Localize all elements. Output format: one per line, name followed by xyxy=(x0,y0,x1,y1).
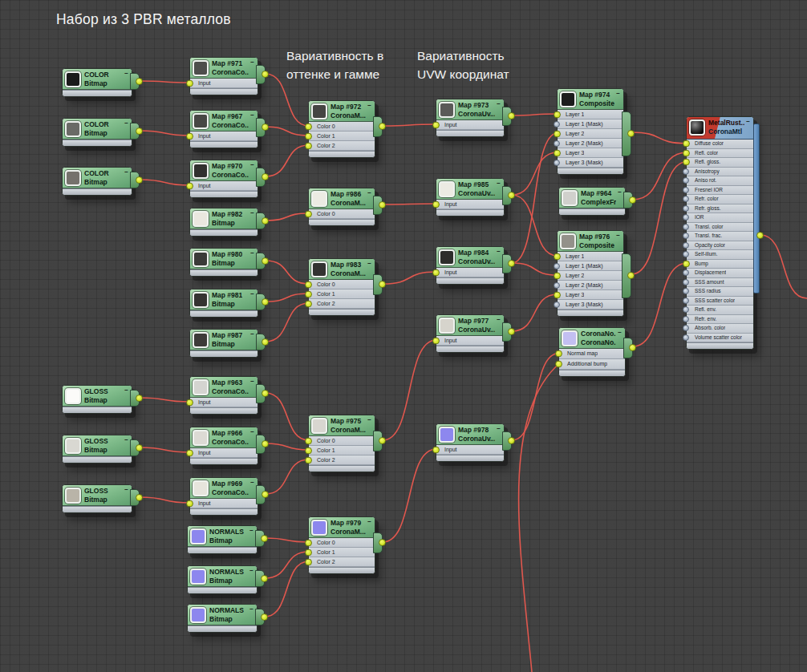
input-socket[interactable] xyxy=(432,446,440,453)
node-map973[interactable]: Map #973CoronaUv...−Input xyxy=(436,99,505,137)
node-header[interactable]: Map #966CoronaCo...− xyxy=(190,427,258,448)
input-socket[interactable] xyxy=(186,79,193,87)
output-socket[interactable] xyxy=(629,196,636,204)
wire-color2-map967:0[interactable] xyxy=(140,131,190,136)
node-map985[interactable]: Map #985CoronaUv...−Input xyxy=(436,178,505,217)
node-mtl[interactable]: MetalRust...CoronaMtl−Diffuse colorRefl.… xyxy=(686,116,754,350)
output-socket[interactable] xyxy=(136,444,143,451)
output-socket[interactable] xyxy=(262,217,269,225)
input-socket[interactable] xyxy=(554,140,560,147)
node-header[interactable]: Map #976Composite− xyxy=(558,231,623,252)
input-socket[interactable] xyxy=(186,182,193,189)
node-map967[interactable]: Map #967CoronaCo...−Input xyxy=(189,110,258,148)
node-map986[interactable]: Map #986CoronaM...−Color 0 xyxy=(308,188,375,226)
node-header[interactable]: Map #972CoronaM...− xyxy=(309,101,375,122)
node-header[interactable]: MetalRust...CoronaMtl− xyxy=(687,117,753,140)
output-socket[interactable] xyxy=(379,123,386,130)
node-header[interactable]: Map #983CoronaM...− xyxy=(309,259,375,280)
node-map963[interactable]: Map #963CoronaCo...−Input xyxy=(189,376,258,415)
input-socket[interactable] xyxy=(683,260,690,267)
node-map983[interactable]: Map #983CoronaM...−Color 0Color 1Color 2 xyxy=(308,258,375,316)
wire-map967-map972:1[interactable] xyxy=(266,127,309,136)
node-map987[interactable]: Map #987Bitmap− xyxy=(189,329,258,358)
input-socket[interactable] xyxy=(554,272,561,279)
node-map984[interactable]: Map #984CoronaUv...−Input xyxy=(436,246,505,285)
node-header[interactable]: Map #980Bitmap− xyxy=(190,249,258,269)
node-map980[interactable]: Map #980Bitmap− xyxy=(189,248,258,277)
wire-norm1-map979:0[interactable] xyxy=(265,538,309,542)
output-socket[interactable] xyxy=(508,260,515,267)
node-map972[interactable]: Map #972CoronaM...−Color 0Color 1Color 2 xyxy=(308,100,375,158)
output-socket[interactable] xyxy=(261,575,268,582)
wire-norm2-map979:1[interactable] xyxy=(265,552,309,578)
wire-gloss2-map966:0[interactable] xyxy=(140,447,190,452)
output-socket[interactable] xyxy=(508,328,515,335)
node-header[interactable]: Map #971CoronaCo...− xyxy=(190,58,258,79)
input-socket[interactable] xyxy=(683,269,689,276)
input-socket[interactable] xyxy=(554,149,561,156)
collapse-icon[interactable]: − xyxy=(366,517,375,525)
input-socket[interactable] xyxy=(683,233,689,239)
wire-norm3-map979:2[interactable] xyxy=(265,561,309,617)
node-map982[interactable]: Map #982Bitmap− xyxy=(189,208,258,237)
node-header[interactable]: Map #964ComplexFres...− xyxy=(559,188,625,208)
node-header[interactable]: Map #987Bitmap− xyxy=(190,330,258,350)
input-socket[interactable] xyxy=(555,361,562,368)
collapse-icon[interactable]: − xyxy=(366,101,375,109)
input-socket[interactable] xyxy=(683,168,689,175)
node-norm1[interactable]: NORMALSBitmap− xyxy=(187,525,258,554)
input-socket[interactable] xyxy=(554,111,561,118)
node-map969[interactable]: Map #969CoronaCo...−Input xyxy=(189,477,258,516)
input-socket[interactable] xyxy=(554,121,560,128)
output-socket[interactable] xyxy=(508,112,515,119)
input-socket[interactable] xyxy=(186,500,193,507)
node-header[interactable]: Map #981Bitmap− xyxy=(190,289,258,310)
input-socket[interactable] xyxy=(305,558,312,565)
node-color2[interactable]: COLORBitmap− xyxy=(62,118,132,147)
node-header[interactable]: GLOSSBitmap− xyxy=(63,485,132,506)
wire-color1-map971:0[interactable] xyxy=(140,81,190,83)
output-socket[interactable] xyxy=(508,437,515,444)
node-header[interactable]: Map #973CoronaUv...− xyxy=(436,99,504,120)
output-socket[interactable] xyxy=(627,130,635,137)
wire-map979-map978:0[interactable] xyxy=(383,449,436,542)
node-header[interactable]: Map #985CoronaUv...− xyxy=(436,179,504,200)
node-map979[interactable]: Map #979CoronaM...−Color 0Color 1Color 2 xyxy=(308,516,375,574)
input-socket[interactable] xyxy=(683,214,689,221)
node-map971[interactable]: Map #971CoronaCo...−Input xyxy=(189,57,258,95)
wire-edge-bottom-coronanormal:1[interactable] xyxy=(519,364,559,672)
node-header[interactable]: Map #974Composite− xyxy=(558,89,623,110)
output-socket[interactable] xyxy=(261,535,268,542)
node-norm2[interactable]: NORMALSBitmap− xyxy=(187,565,258,594)
input-socket[interactable] xyxy=(305,123,312,130)
output-socket[interactable] xyxy=(262,71,269,78)
input-socket[interactable] xyxy=(683,242,689,249)
output-socket[interactable] xyxy=(262,257,269,265)
input-socket[interactable] xyxy=(305,456,312,464)
input-socket[interactable] xyxy=(305,290,312,298)
wire-map969-map975:2[interactable] xyxy=(266,459,309,494)
input-socket[interactable] xyxy=(683,298,689,304)
wire-mtl-edge-right[interactable] xyxy=(760,235,807,298)
input-socket[interactable] xyxy=(554,302,560,308)
input-socket[interactable] xyxy=(683,224,689,230)
wire-color3-map970:0[interactable] xyxy=(140,180,190,185)
node-header[interactable]: Map #982Bitmap− xyxy=(190,208,258,229)
input-socket[interactable] xyxy=(554,160,560,166)
input-socket[interactable] xyxy=(186,449,193,456)
wire-map977-map976:4[interactable] xyxy=(512,294,558,331)
output-socket[interactable] xyxy=(379,539,386,546)
input-socket[interactable] xyxy=(555,350,562,358)
input-socket[interactable] xyxy=(683,325,689,331)
output-socket[interactable] xyxy=(136,128,143,135)
collapse-icon[interactable]: − xyxy=(366,259,375,267)
input-socket[interactable] xyxy=(554,130,561,137)
output-socket[interactable] xyxy=(627,272,635,279)
node-header[interactable]: Map #984CoronaUv...− xyxy=(436,247,504,268)
wire-gloss1-map963:0[interactable] xyxy=(140,398,190,402)
input-socket[interactable] xyxy=(432,337,440,344)
wire-map980-map983:0[interactable] xyxy=(266,261,309,284)
node-header[interactable]: NORMALSBitmap− xyxy=(188,526,257,547)
input-socket[interactable] xyxy=(186,399,193,406)
wire-map972-map973:0[interactable] xyxy=(383,124,436,126)
